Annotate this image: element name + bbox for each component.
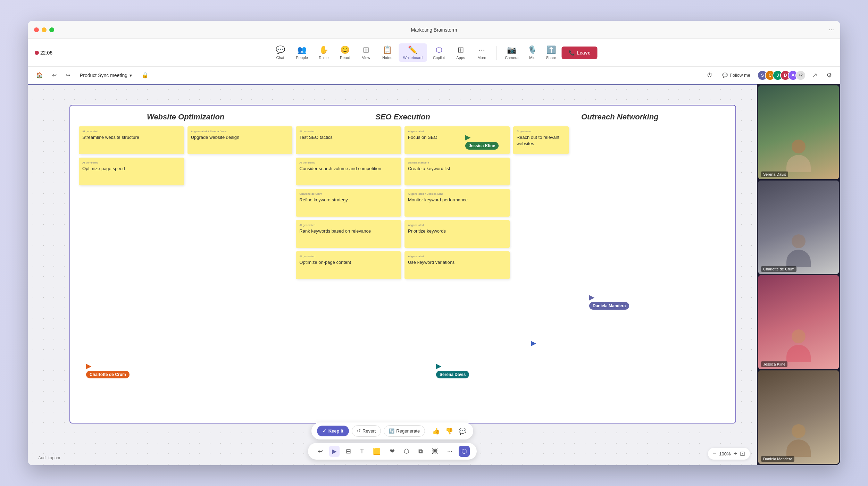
nav-bar: 🏠 ↩ ↪ Product Sync meeting ▾ 🔒 ⏱ 💬 Follo…: [28, 67, 840, 84]
whiteboard-button[interactable]: ✏️ Whiteboard: [399, 43, 427, 62]
video-tile-serena: Serena Davis: [758, 85, 839, 179]
card-streamline[interactable]: AI generated Streamline website structur…: [79, 126, 184, 154]
regenerate-button[interactable]: 🔄 Regenerate: [384, 425, 425, 437]
title-bar-more-icon[interactable]: ···: [829, 26, 834, 33]
chat-feedback-button[interactable]: 💬: [457, 426, 468, 436]
close-button[interactable]: [34, 27, 39, 32]
more-button[interactable]: ··· More: [472, 43, 491, 62]
card-text: Focus on SEO: [408, 134, 506, 141]
settings-icon[interactable]: ⚙: [824, 70, 835, 81]
undo-draw-button[interactable]: ↩: [315, 446, 326, 457]
meeting-name-dropdown[interactable]: Product Sync meeting ▾: [76, 71, 135, 79]
video-tile-jessica: Jessica Kline: [758, 275, 839, 369]
people-button[interactable]: 👥 People: [292, 43, 312, 62]
share-link-icon[interactable]: ↗: [809, 70, 820, 81]
main-toolbar: 22:06 💬 Chat 👥 People ✋ Raise 😊 React: [28, 39, 840, 67]
leave-button[interactable]: 📞 Leave: [562, 47, 598, 59]
video-tile-daniela: Daniela Mandera: [758, 370, 839, 464]
card-text: Create a keyword list: [408, 166, 506, 172]
card-focus-seo[interactable]: AI generated Focus on SEO: [404, 126, 510, 154]
card-tag: Daniela Mandera: [408, 161, 506, 164]
chat-button[interactable]: 💬 Chat: [271, 43, 290, 62]
recording-dot: [35, 51, 39, 55]
mic-icon: 🎙️: [527, 45, 537, 55]
home-button[interactable]: 🏠: [33, 70, 46, 80]
card-prioritize[interactable]: AI generated Prioritize keywords: [404, 220, 510, 248]
card-test-seo[interactable]: AI generated Test SEO tactics: [296, 126, 401, 154]
card-rank-keywords[interactable]: AI generated Rank keywords based on rele…: [296, 220, 401, 248]
copy-tool-button[interactable]: ⧉: [416, 446, 426, 457]
whiteboard-canvas[interactable]: Website Optimization AI generated Stream…: [28, 84, 757, 465]
text-tool-button[interactable]: T: [357, 446, 367, 457]
card-upgrade[interactable]: AI generated + Serena Davis Upgrade webs…: [187, 126, 293, 154]
avatar-more[interactable]: +2: [795, 70, 806, 81]
minimize-button[interactable]: [42, 27, 47, 32]
heart-tool-button[interactable]: ❤: [387, 446, 398, 457]
notes-icon: 📋: [383, 45, 392, 55]
back-button[interactable]: ↩: [49, 70, 59, 80]
follow-me-button[interactable]: 💬 Follow me: [719, 71, 754, 79]
card-tag: AI generated: [82, 161, 181, 164]
fit-screen-button[interactable]: ⊡: [740, 450, 745, 458]
select-tool-button[interactable]: ▶: [329, 446, 340, 457]
card-text: Consider search volume and competition: [299, 166, 398, 172]
notes-button[interactable]: 📋 Notes: [378, 43, 397, 62]
meeting-name-label: Product Sync meeting: [80, 73, 127, 78]
card-optimize-speed[interactable]: AI generated Optimize page speed: [79, 158, 184, 185]
main-window: Marketing Brainstorm ··· 22:06 💬 Chat 👥 …: [28, 21, 840, 465]
card-tag: AI generated + Jessica Kline: [408, 192, 506, 195]
video-label-serena: Serena Davis: [761, 171, 788, 177]
maximize-button[interactable]: [49, 27, 54, 32]
camera-button[interactable]: 📷 Camera: [501, 43, 522, 62]
audi-label: Audi kapoor: [38, 455, 60, 460]
bottom-toolbar: ✓ Keep it ↺ Revert 🔄 Regenerate 👍 👎 💬: [308, 422, 477, 460]
copilot-tool-button[interactable]: ⬡: [401, 446, 412, 457]
forward-button[interactable]: ↪: [63, 70, 73, 80]
mic-button[interactable]: 🎙️ Mic: [524, 43, 540, 62]
react-icon: 😊: [340, 45, 350, 55]
copilot-button[interactable]: ⬡ Copilot: [429, 43, 449, 62]
action-separator: [428, 427, 428, 435]
revert-label: Revert: [362, 428, 376, 434]
keep-it-button[interactable]: ✓ Keep it: [317, 426, 349, 436]
more-tools-button[interactable]: ···: [444, 446, 455, 457]
revert-button[interactable]: ↺ Revert: [352, 425, 381, 437]
video-label-daniela: Daniela Mandera: [761, 456, 794, 462]
card-refine-keyword[interactable]: Charlotte de Crum Refine keyword strateg…: [296, 189, 401, 217]
card-tag: AI generated: [299, 224, 398, 227]
card-keyword-variations[interactable]: AI generated Use keyword variations: [404, 251, 510, 279]
view-button[interactable]: ⊞ View: [357, 43, 376, 62]
card-text: Streamline website structure: [82, 134, 181, 141]
card-reach-out[interactable]: AI generated Reach out to relevant websi…: [513, 126, 569, 154]
image-tool-button[interactable]: 🖼: [429, 446, 441, 457]
card-tag: Charlotte de Crum: [299, 192, 398, 195]
share-button[interactable]: ⬆️ Share: [542, 43, 559, 62]
frame-tool-button[interactable]: ⊟: [343, 446, 354, 457]
keep-it-label: Keep it: [328, 428, 343, 434]
thumbs-up-button[interactable]: 👍: [431, 426, 441, 436]
zoom-in-button[interactable]: +: [733, 450, 737, 458]
card-tag: AI generated: [82, 130, 181, 133]
more-icon: ···: [479, 45, 485, 55]
ai-tool-button[interactable]: ⬡: [459, 446, 470, 457]
card-tag: AI generated: [408, 130, 506, 133]
zoom-bar: − 100% + ⊡: [708, 448, 750, 460]
col-outreach-networking: Outreach Networking AI generated Reach o…: [513, 112, 727, 414]
thumbs-down-button[interactable]: 👎: [444, 426, 454, 436]
zoom-out-button[interactable]: −: [713, 450, 717, 458]
apps-button[interactable]: ⊞ Apps: [451, 43, 470, 62]
card-optimize-page[interactable]: AI generated Optimize on-page content: [296, 251, 401, 279]
react-button[interactable]: 😊 React: [335, 43, 354, 62]
card-create-keyword[interactable]: Daniela Mandera Create a keyword list: [404, 158, 510, 185]
card-consider-search[interactable]: AI generated Consider search volume and …: [296, 158, 401, 185]
col2-header: SEO Execution: [296, 112, 509, 122]
sticky-tool-button[interactable]: 🟨: [370, 446, 383, 457]
copilot-icon: ⬡: [436, 45, 442, 55]
raise-button[interactable]: ✋ Raise: [314, 43, 333, 62]
window-title: Marketing Brainstorm: [411, 27, 457, 33]
timer-icon[interactable]: ⏱: [704, 71, 715, 80]
leave-phone-icon: 📞: [569, 50, 575, 56]
regenerate-label: Regenerate: [396, 428, 420, 434]
card-monitor[interactable]: AI generated + Jessica Kline Monitor key…: [404, 189, 510, 217]
col-website-optimization: Website Optimization AI generated Stream…: [79, 112, 292, 414]
